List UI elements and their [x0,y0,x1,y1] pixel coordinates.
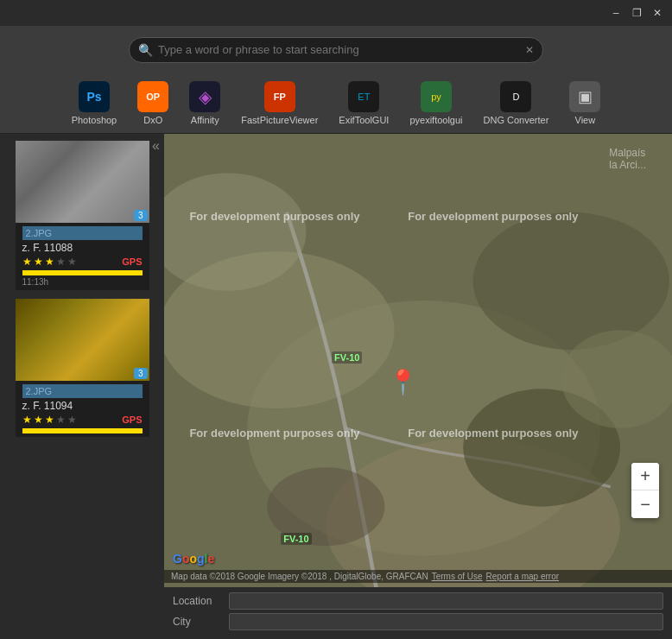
dxo-icon: OP [137,81,168,112]
search-icon: 🔍 [138,43,153,57]
exif-label: ExifToolGUI [339,115,389,125]
toolbar-item-exif[interactable]: ETExifToolGUI [332,78,396,129]
photo-info: 2.JPG z. F. 11094 ★ ★ ★ ★ ★ GPS [16,381,149,437]
zoom-out-button[interactable]: − [631,490,659,518]
bottom-fields: Location City [164,587,672,639]
dxo-label: DxO [143,115,162,125]
dng-icon: D [500,81,531,112]
toolbar-item-fpv[interactable]: FPFastPictureViewer [234,78,325,129]
gps-badge: GPS [122,256,142,267]
star-1: ★ [22,256,32,268]
google-e: e [207,552,214,566]
star-5: ★ [67,414,77,426]
search-area: 🔍 ✕ [0,26,672,73]
py-label: pyexiftoolgui [409,115,462,125]
google-o2: o [189,552,197,566]
map-pin[interactable]: 📍 [388,368,418,396]
affinity-label: Affinity [191,115,219,125]
title-bar: – ❐ ✕ [0,0,672,26]
star-5: ★ [67,256,77,268]
location-input[interactable] [229,592,663,610]
google-g: G [173,552,182,566]
affinity-icon: ◈ [189,81,220,112]
view-label: View [575,115,596,125]
photo-fnum: z. F. 11094 [22,400,143,412]
zoom-controls: + − [631,463,659,518]
location-label: Location [173,595,220,607]
location-field-row: Location [173,592,663,610]
photo-fnum: z. F. 11088 [22,242,143,254]
star-4: ★ [56,256,66,268]
report-map-error-link[interactable]: Report a map error [486,572,559,581]
photo-count-badge: 3 [134,368,148,379]
road-label-1: FV-10 [332,351,362,364]
close-button[interactable]: ✕ [650,5,665,21]
photo-name: 2.JPG [22,226,143,240]
maximize-button[interactable]: ❐ [629,5,644,21]
fpv-label: FastPictureViewer [241,115,318,125]
photoshop-label: Photoshop [72,115,117,125]
dng-label: DNG Converter [484,115,549,125]
toolbar-item-view[interactable]: ▣View [562,78,607,129]
toolbar-item-dxo[interactable]: OPDxO [130,78,175,129]
photo-thumbnail: 3 [16,141,149,223]
search-input[interactable] [158,43,520,56]
view-icon: ▣ [569,81,600,112]
map-background [164,134,672,639]
toolbar-item-dng[interactable]: DDNG Converter [477,78,556,129]
left-panel: « 3 2.JPG z. F. 11088 ★ ★ ★ ★ ★ GPS 11:1 [0,134,164,639]
py-icon: py [421,81,452,112]
map-area: For development purposes only For develo… [164,134,672,639]
photo-thumbnail: 3 [16,299,149,381]
google-g2: g [197,552,205,566]
svg-point-3 [473,212,669,350]
city-input[interactable] [229,613,663,630]
photo-bar [22,428,143,433]
photo-stars: ★ ★ ★ ★ ★ GPS [22,256,143,268]
minimize-button[interactable]: – [608,5,624,21]
star-1: ★ [22,414,32,426]
list-item[interactable]: 3 2.JPG z. F. 11088 ★ ★ ★ ★ ★ GPS 11:13h [0,134,164,290]
toolbar-item-affinity[interactable]: ◈Affinity [182,78,227,129]
road-label-2: FV-10 [281,533,311,545]
search-clear-icon[interactable]: ✕ [525,44,534,56]
photo-time: 11:13h [22,277,143,287]
photo-bar [22,270,143,275]
map-location-label: Malpaísla Arci... [609,147,646,171]
photo-stars: ★ ★ ★ ★ ★ GPS [22,414,143,426]
terms-of-use-link[interactable]: Terms of Use [432,572,483,581]
city-field-row: City [173,613,663,630]
gps-badge: GPS [122,414,142,425]
search-bar[interactable]: 🔍 ✕ [129,37,543,63]
photo-count-badge: 3 [134,210,148,221]
star-2: ★ [34,414,43,426]
main-content: « 3 2.JPG z. F. 11088 ★ ★ ★ ★ ★ GPS 11:1 [0,134,672,639]
zoom-in-button[interactable]: + [631,463,659,490]
photo-info: 2.JPG z. F. 11088 ★ ★ ★ ★ ★ GPS 11:13h [16,223,149,290]
fpv-icon: FP [264,81,295,112]
star-4: ★ [56,414,66,426]
toolbar-item-py[interactable]: pypyexiftoolgui [403,78,469,129]
city-label: City [173,616,220,628]
star-3: ★ [45,414,54,426]
photoshop-icon: Ps [79,81,110,112]
exif-icon: ET [348,81,379,112]
star-3: ★ [45,256,54,268]
panel-toggle-button[interactable]: « [152,138,160,154]
list-item[interactable]: 3 2.JPG z. F. 11094 ★ ★ ★ ★ ★ GPS [0,292,164,437]
map-credits: Map data ©2018 Google Imagery ©2018 , Di… [164,570,672,583]
toolbar: PsPhotoshopOPDxO◈AffinityFPFastPictureVi… [0,73,672,134]
star-2: ★ [34,256,43,268]
map-data-text: Map data ©2018 Google Imagery ©2018 , Di… [171,572,428,581]
toolbar-item-photoshop[interactable]: PsPhotoshop [65,78,124,129]
google-logo: Google [173,552,214,566]
photo-name: 2.JPG [22,384,143,398]
